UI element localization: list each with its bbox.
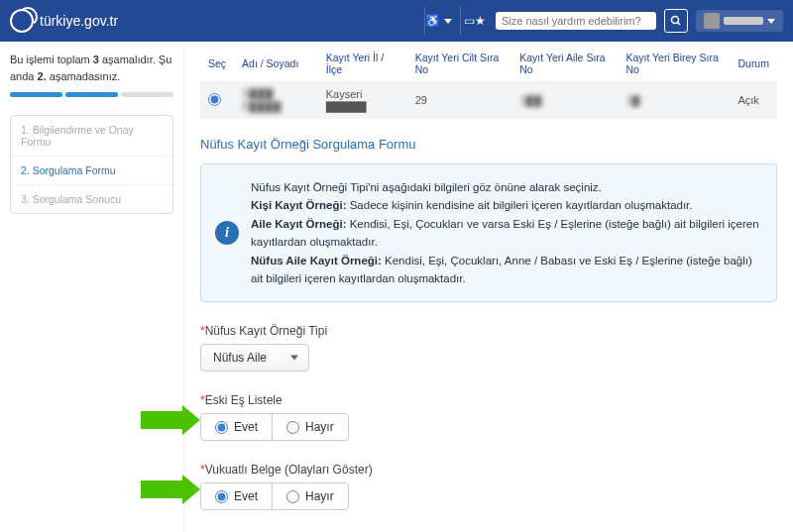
step-list: 1. Bilgilendirme ve Onay Formu 2. Sorgul… [10,115,173,214]
step-2[interactable]: 2. Sorgulama Formu [11,157,172,185]
col-birey: Kayıt Yeri Birey Sıra No [618,46,730,81]
favorites-icon[interactable]: ▭★ [460,7,488,35]
tip-select-value: Nüfus Aile [213,351,267,365]
cell-il: Kayseri ▇▇▇▇▇ [326,88,366,112]
vukuatli-evet[interactable]: Evet [201,483,273,509]
eski-es-radio-group: Evet Hayır [200,413,349,441]
info-aile-label: Aile Kayıt Örneği: [251,218,347,230]
info-nufus-label: Nüfus Aile Kayıt Örneği: [251,255,382,266]
info-icon: i [215,221,239,245]
col-adi: Adı / Soyadı [234,46,318,81]
chevron-down-icon [767,19,775,24]
brand-logo[interactable]: türkiye.gov.tr [10,9,118,33]
accessibility-icon[interactable]: ♿ [424,7,452,35]
vukuatli-label: *Vukuatlı Belge (Olayları Göster) [200,463,777,477]
row-select-radio[interactable] [208,93,221,106]
eski-es-label: *Eski Eş Listele [200,393,777,407]
search-icon [670,15,682,27]
cell-durum: Açık [730,81,777,119]
search-input[interactable] [502,15,650,27]
tip-label: *Nüfus Kayıt Örneği Tipi [200,324,777,338]
svg-line-1 [678,23,681,26]
progress-bar [10,92,173,97]
search-button[interactable] [664,9,688,33]
col-sec: Seç [200,46,234,81]
field-tip: *Nüfus Kayıt Örneği Tipi Nüfus Aile [200,324,777,372]
info-box: i Nüfus Kayıt Örneği Tipi'ni aşağıdaki b… [200,163,777,302]
annotation-arrow-1 [141,411,184,429]
step-3[interactable]: 3. Sorgulama Sonucu [11,185,172,213]
cell-ad: S▇▇▇ E▇▇▇▇ [234,81,318,119]
cell-cilt: 29 [407,81,512,119]
chevron-down-icon [290,356,298,361]
info-line-1: Nüfus Kayıt Örneği Tipi'ni aşağıdaki bil… [251,178,762,196]
user-menu[interactable] [696,10,783,32]
process-status-text: Bu işlemi toplam 3 aşamalıdır. Şu anda 2… [10,52,173,84]
eski-es-hayir[interactable]: Hayır [273,414,348,440]
sidebar: Bu işlemi toplam 3 aşamalıdır. Şu anda 2… [0,42,183,532]
info-kisi-label: Kişi Kayıt Örneği: [251,199,347,211]
field-eski-es: *Eski Eş Listele Evet Hayır [200,393,777,441]
main-content: Seç Adı / Soyadı Kayıt Yeri İl / İlçe Ka… [183,42,793,532]
svg-point-0 [672,17,679,24]
annotation-arrow-2 [141,480,184,498]
vukuatli-hayir[interactable]: Hayır [273,483,348,509]
col-cilt: Kayıt Yeri Cilt Sıra No [407,46,512,81]
top-header: türkiye.gov.tr ♿ ▭★ [0,0,793,42]
cell-birey: 1▇ [618,81,730,119]
vukuatli-radio-group: Evet Hayır [200,482,349,510]
form-title: Nüfus Kayıt Örneği Sorgulama Formu [200,137,777,152]
field-vukuatli: *Vukuatlı Belge (Olayları Göster) Evet H… [200,463,777,510]
tip-select[interactable]: Nüfus Aile [200,344,309,372]
table-row: S▇▇▇ E▇▇▇▇ Kayseri ▇▇▇▇▇ 29 1▇▇ 1▇ Açık [200,81,777,119]
person-table: Seç Adı / Soyadı Kayıt Yeri İl / İlçe Ka… [200,46,777,119]
avatar-icon [704,13,720,29]
brand-text: türkiye.gov.tr [40,13,118,29]
eski-es-evet[interactable]: Evet [201,414,273,440]
col-aile: Kayıt Yeri Aile Sıra No [511,46,618,81]
search-box [496,12,656,30]
col-il: Kayıt Yeri İl / İlçe [318,46,407,81]
user-name-placeholder [724,17,763,25]
info-kisi-text: Sadece kişinin kendisine ait bilgileri i… [347,199,693,211]
step-1[interactable]: 1. Bilgilendirme ve Onay Formu [11,116,172,157]
cell-aile: 1▇▇ [511,81,618,119]
logo-icon [10,9,34,33]
col-durum: Durum [730,46,777,81]
